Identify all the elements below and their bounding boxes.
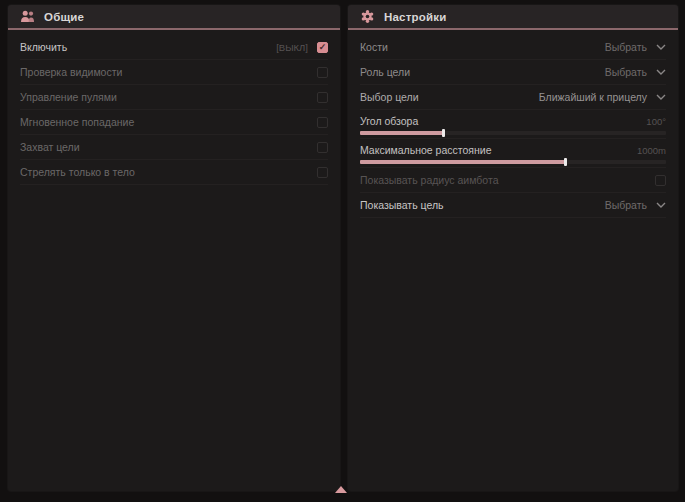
- instant-hit-checkbox[interactable]: ✓: [317, 117, 328, 128]
- settings-panel-header: Настройки: [348, 5, 678, 30]
- max-distance-slider-top: Максимальное расстояние 1000m: [360, 144, 666, 157]
- chevron-down-icon: [656, 94, 666, 100]
- row-fov: Угол обзора 100°: [360, 110, 666, 139]
- row-visibility-check-label: Проверка видимости: [20, 66, 317, 78]
- keybind-hint: [ВЫКЛ]: [276, 42, 308, 53]
- visibility-check-checkbox[interactable]: ✓: [317, 67, 328, 78]
- row-enable-label: Включить: [20, 41, 276, 53]
- row-bullet-control-label: Управление пулями: [20, 91, 317, 103]
- general-panel-body: Включить [ВЫКЛ] ✓ Проверка видимости ✓ У…: [8, 30, 340, 491]
- fov-slider-handle[interactable]: [442, 129, 445, 137]
- scroll-up-arrow-icon[interactable]: [335, 486, 347, 493]
- row-bones-label: Кости: [360, 41, 605, 53]
- row-show-aimbot-radius: Показывать радиус аимбота ✓: [360, 168, 666, 193]
- row-target-role-label: Роль цели: [360, 66, 605, 78]
- row-bullet-control: Управление пулями ✓: [20, 85, 328, 110]
- row-target-lock-label: Захват цели: [20, 141, 317, 153]
- body-only-checkbox[interactable]: ✓: [317, 167, 328, 178]
- row-body-only-label: Стрелять только в тело: [20, 166, 317, 178]
- row-target-role: Роль цели Выбрать: [360, 60, 666, 85]
- max-distance-value: 1000m: [637, 145, 666, 156]
- row-show-target-label: Показывать цель: [360, 199, 605, 211]
- target-selection-select-value: Ближайший к прицелу: [539, 91, 647, 103]
- row-target-selection: Выбор цели Ближайший к прицелу: [360, 85, 666, 110]
- row-fov-label: Угол обзора: [360, 115, 646, 127]
- fov-slider-top: Угол обзора 100°: [360, 115, 666, 128]
- settings-panel-title: Настройки: [384, 11, 446, 23]
- fov-slider-fill: [360, 131, 443, 135]
- row-visibility-check: Проверка видимости ✓: [20, 60, 328, 85]
- row-show-aimbot-radius-label: Показывать радиус аимбота: [360, 174, 655, 186]
- row-enable: Включить [ВЫКЛ] ✓: [20, 35, 328, 60]
- settings-panel-body: Кости Выбрать Роль цели Выбрать Выбор це…: [348, 30, 678, 491]
- show-target-select-value: Выбрать: [605, 199, 647, 211]
- gear-icon: [360, 10, 375, 23]
- target-role-select-value: Выбрать: [605, 66, 647, 78]
- general-panel-header: Общие: [8, 5, 340, 30]
- fov-value: 100°: [646, 116, 666, 127]
- row-instant-hit: Мгновенное попадание ✓: [20, 110, 328, 135]
- chevron-down-icon: [656, 44, 666, 50]
- show-target-select[interactable]: Выбрать: [605, 199, 666, 211]
- row-instant-hit-label: Мгновенное попадание: [20, 116, 317, 128]
- row-max-distance: Максимальное расстояние 1000m: [360, 139, 666, 168]
- fov-slider[interactable]: [360, 131, 666, 135]
- target-lock-checkbox[interactable]: ✓: [317, 142, 328, 153]
- row-body-only: Стрелять только в тело ✓: [20, 160, 328, 185]
- chevron-down-icon: [656, 202, 666, 208]
- row-bones: Кости Выбрать: [360, 35, 666, 60]
- max-distance-slider[interactable]: [360, 160, 666, 164]
- general-panel-title: Общие: [44, 11, 84, 23]
- show-aimbot-radius-checkbox[interactable]: ✓: [655, 175, 666, 186]
- row-show-target: Показывать цель Выбрать: [360, 193, 666, 218]
- settings-panel: Настройки Кости Выбрать Роль цели Выбрат…: [348, 5, 678, 491]
- general-panel: Общие Включить [ВЫКЛ] ✓ Проверка видимос…: [8, 5, 340, 491]
- bones-select[interactable]: Выбрать: [605, 41, 666, 53]
- target-role-select[interactable]: Выбрать: [605, 66, 666, 78]
- max-distance-slider-fill: [360, 160, 565, 164]
- enable-checkbox[interactable]: ✓: [317, 42, 328, 53]
- bullet-control-checkbox[interactable]: ✓: [317, 92, 328, 103]
- row-target-lock: Захват цели ✓: [20, 135, 328, 160]
- row-target-selection-label: Выбор цели: [360, 91, 539, 103]
- row-max-distance-label: Максимальное расстояние: [360, 144, 637, 156]
- max-distance-slider-handle[interactable]: [564, 158, 567, 166]
- checkmark-icon: ✓: [319, 42, 327, 51]
- users-icon: [20, 10, 35, 23]
- bones-select-value: Выбрать: [605, 41, 647, 53]
- target-selection-select[interactable]: Ближайший к прицелу: [539, 91, 666, 103]
- chevron-down-icon: [656, 69, 666, 75]
